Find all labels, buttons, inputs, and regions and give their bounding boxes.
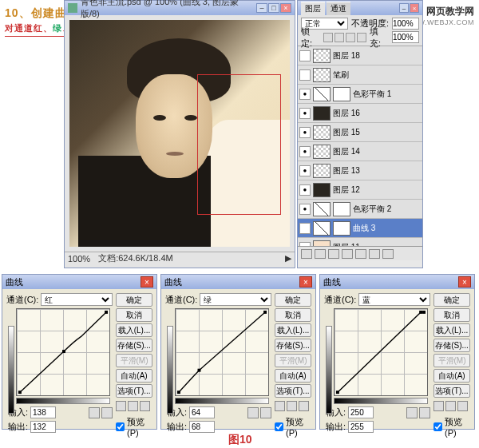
layer-name[interactable]: 图层 12: [333, 184, 421, 196]
cancel-button[interactable]: 取消: [275, 308, 311, 322]
layer-row[interactable]: ●图层 16: [298, 104, 422, 123]
tab-channels[interactable]: 通道: [327, 2, 350, 15]
eyedropper-gray-icon[interactable]: [445, 401, 456, 411]
layer-row[interactable]: ●色彩平衡 1: [298, 85, 422, 104]
visibility-icon[interactable]: ●: [299, 165, 311, 176]
layer-thumbnail[interactable]: [313, 221, 331, 236]
layer-thumbnail[interactable]: [313, 49, 331, 63]
output-field[interactable]: [30, 421, 56, 433]
link-icon[interactable]: [301, 249, 312, 259]
layer-thumbnail[interactable]: [313, 240, 331, 247]
visibility-icon[interactable]: ●: [299, 223, 311, 234]
visibility-icon[interactable]: [299, 50, 311, 61]
visibility-icon[interactable]: ●: [299, 108, 311, 119]
save-button[interactable]: 存储(S)...: [116, 339, 152, 352]
curve-graph[interactable]: [16, 308, 110, 396]
preview-checkbox[interactable]: [433, 422, 442, 431]
cancel-button[interactable]: 取消: [116, 308, 152, 322]
curves-titlebar[interactable]: 曲线×: [320, 275, 474, 289]
mask-icon[interactable]: [328, 249, 339, 259]
visibility-icon[interactable]: [299, 69, 311, 81]
zoom-display[interactable]: 100%: [68, 254, 90, 264]
layer-thumbnail[interactable]: [313, 87, 331, 101]
preview-checkbox[interactable]: [275, 422, 283, 431]
pencil-tool-icon[interactable]: [101, 407, 113, 418]
layer-thumbnail[interactable]: [313, 183, 331, 197]
curves-titlebar[interactable]: 曲线×: [2, 275, 156, 289]
eyedropper-black-icon[interactable]: [116, 401, 126, 411]
options-button[interactable]: 选项(T)...: [433, 384, 470, 398]
close-button[interactable]: ×: [280, 3, 291, 13]
layer-row[interactable]: 笔刷: [298, 65, 422, 85]
layer-row[interactable]: ●图层 12: [298, 180, 422, 200]
preview-checkbox[interactable]: [116, 422, 125, 431]
cancel-button[interactable]: 取消: [433, 308, 470, 322]
layer-thumbnail[interactable]: [313, 125, 331, 140]
save-button[interactable]: 存储(S)...: [433, 339, 470, 352]
auto-button[interactable]: 自动(A): [433, 369, 470, 383]
close-icon[interactable]: ×: [141, 276, 153, 287]
layer-thumbnail[interactable]: [313, 202, 331, 216]
layer-thumbnail[interactable]: [313, 145, 331, 159]
output-field[interactable]: [189, 421, 215, 433]
layer-row[interactable]: ●色彩平衡 2: [298, 200, 422, 219]
channel-select[interactable]: 蓝: [358, 293, 430, 306]
input-field[interactable]: [30, 406, 56, 418]
layer-name[interactable]: 图层 15: [333, 127, 421, 138]
auto-button[interactable]: 自动(A): [275, 369, 311, 383]
ok-button[interactable]: 确定: [116, 293, 152, 307]
layer-mask-thumb[interactable]: [333, 202, 350, 216]
eyedropper-gray-icon[interactable]: [287, 401, 297, 411]
pencil-tool-icon[interactable]: [260, 407, 271, 418]
statusbar-menu-icon[interactable]: ▶: [285, 253, 291, 264]
new-icon[interactable]: [369, 249, 380, 259]
document-titlebar[interactable]: 青色非主流.psd @ 100% (曲线 3, 图层蒙版/8) – □ ×: [65, 1, 295, 15]
load-button[interactable]: 载入(L)...: [116, 323, 152, 337]
visibility-icon[interactable]: ●: [299, 127, 311, 138]
options-button[interactable]: 选项(T)...: [116, 384, 152, 398]
minimize-button[interactable]: –: [256, 3, 267, 13]
layer-thumbnail[interactable]: [313, 106, 331, 121]
layer-name[interactable]: 图层 11: [333, 242, 421, 247]
load-button[interactable]: 载入(L)...: [433, 323, 470, 337]
layer-row[interactable]: ●图层 13: [298, 161, 422, 180]
layer-name[interactable]: 曲线 3: [353, 223, 421, 234]
lock-icons[interactable]: [323, 33, 366, 42]
fill-input[interactable]: [392, 31, 419, 43]
eyedropper-white-icon[interactable]: [457, 401, 468, 411]
ok-button[interactable]: 确定: [275, 293, 311, 307]
visibility-icon[interactable]: ●: [299, 184, 311, 196]
layer-row[interactable]: ●图层 11: [298, 238, 422, 246]
input-field[interactable]: [189, 406, 215, 418]
trash-icon[interactable]: [382, 249, 394, 259]
layer-name[interactable]: 图层 14: [333, 146, 421, 157]
visibility-icon[interactable]: ●: [299, 242, 311, 247]
eyedropper-white-icon[interactable]: [140, 401, 150, 411]
panel-min-icon[interactable]: –: [399, 3, 409, 13]
save-button[interactable]: 存储(S)...: [275, 339, 311, 352]
curve-tool-icon[interactable]: [406, 407, 418, 418]
channel-select[interactable]: 绿: [200, 293, 271, 306]
load-button[interactable]: 载入(L)...: [275, 323, 311, 337]
eyedropper-black-icon[interactable]: [275, 401, 285, 411]
fx-icon[interactable]: [315, 249, 326, 259]
close-icon[interactable]: ×: [458, 276, 471, 287]
visibility-icon[interactable]: ●: [299, 146, 311, 157]
document-canvas[interactable]: [69, 20, 290, 247]
layer-list[interactable]: 图层 18笔刷●色彩平衡 1●图层 16●图层 15●图层 14●图层 13●图…: [298, 46, 422, 246]
curve-graph[interactable]: [175, 308, 269, 396]
layer-name[interactable]: 图层 16: [333, 108, 421, 119]
eyedropper-gray-icon[interactable]: [128, 401, 138, 411]
layer-row[interactable]: ●曲线 3: [298, 219, 422, 238]
layer-row[interactable]: ●图层 15: [298, 123, 422, 142]
layer-thumbnail[interactable]: [313, 164, 331, 178]
curve-graph[interactable]: [334, 308, 428, 396]
layer-name[interactable]: 图层 13: [333, 165, 421, 176]
visibility-icon[interactable]: ●: [299, 89, 311, 100]
opacity-input[interactable]: [392, 18, 419, 30]
layer-row[interactable]: ●图层 14: [298, 142, 422, 161]
layers-titlebar[interactable]: 图层 通道 –×: [298, 1, 422, 15]
ok-button[interactable]: 确定: [433, 293, 470, 307]
adjust-icon[interactable]: [342, 249, 353, 259]
folder-icon[interactable]: [355, 249, 366, 259]
